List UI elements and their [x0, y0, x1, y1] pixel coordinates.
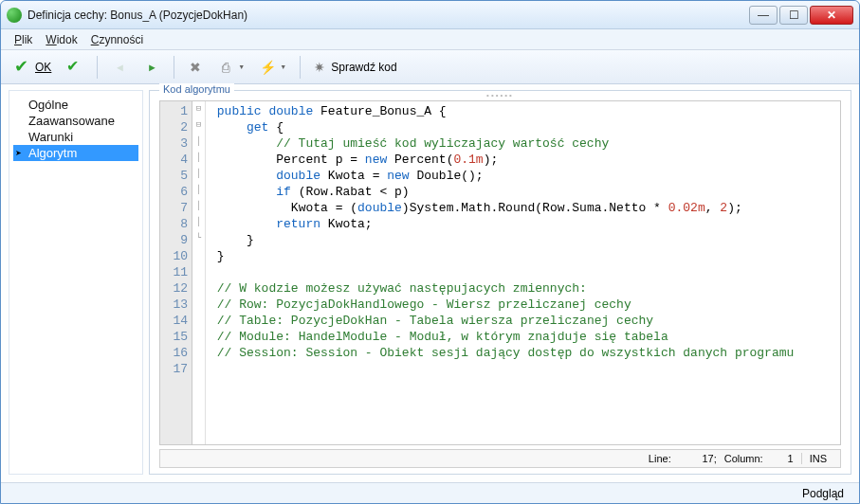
check-icon	[66, 59, 83, 76]
wrench-icon: ✖	[188, 60, 203, 75]
sidebar-item-ogolne[interactable]: Ogólne	[13, 97, 138, 113]
code-editor[interactable]: 1 2 3 4 5 6 7 8 9 10 11 12 13 14 15 16 1…	[159, 100, 841, 445]
print-button[interactable]: ⎙ ▼	[212, 57, 250, 78]
separator	[300, 56, 301, 79]
check-icon	[14, 59, 31, 76]
separator	[174, 56, 174, 79]
fold-column[interactable]: ⊟ ⊟ │ │ │ │ │ │ └	[192, 101, 206, 444]
apply-button[interactable]	[61, 56, 89, 79]
minimize-button[interactable]: —	[749, 6, 778, 25]
grip-icon: ••••••	[150, 91, 851, 100]
titlebar: Definicja cechy: Bonus_A (PozycjeDokHan)…	[1, 1, 859, 29]
tools-button[interactable]: ✖	[182, 57, 209, 78]
code-body[interactable]: public double Feature_Bonus_A { get { //…	[206, 101, 840, 444]
app-icon	[7, 8, 22, 23]
podglad-link[interactable]: Podgląd	[802, 487, 844, 500]
body: Ogólne Zaawansowane Warunki Algorytm Kod…	[1, 84, 859, 482]
check-code-label: Sprawdź kod	[331, 61, 396, 74]
printer-icon: ⎙	[218, 60, 233, 75]
menu-czynnosci[interactable]: Czynności	[91, 33, 143, 46]
menubar: Plik Widok Czynności	[1, 29, 859, 50]
close-button[interactable]: ✕	[810, 6, 853, 25]
status-col-val: 1	[771, 453, 794, 464]
bottombar: Podgląd	[1, 482, 859, 503]
chevron-down-icon: ▼	[280, 63, 286, 70]
actions-button[interactable]: ⚡ ▼	[254, 57, 292, 78]
arrow-left-icon: ◄	[111, 59, 128, 76]
window-title: Definicja cechy: Bonus_A (PozycjeDokHan)	[27, 9, 749, 22]
chevron-down-icon: ▼	[238, 63, 245, 70]
ok-button[interactable]: OK	[9, 56, 57, 79]
nav-back-button[interactable]: ◄	[105, 56, 134, 79]
menu-plik[interactable]: Plik	[14, 33, 32, 46]
arrow-right-icon: ►	[143, 59, 160, 76]
side-nav: Ogólne Zaawansowane Warunki Algorytm	[9, 90, 143, 475]
status-col-label: Column:	[724, 453, 763, 464]
app-window: Definicja cechy: Bonus_A (PozycjeDokHan)…	[0, 0, 860, 504]
check-code-button[interactable]: ✷ Sprawdź kod	[308, 57, 402, 78]
toolbar: OK ◄ ► ✖ ⎙ ▼ ⚡ ▼ ✷ Sprawdź kod	[1, 50, 859, 84]
separator	[97, 56, 98, 79]
status-line-label: Line:	[649, 453, 671, 464]
sidebar-item-algorytm[interactable]: Algorytm	[13, 145, 138, 161]
lightning-icon: ⚡	[260, 60, 275, 75]
menu-widok[interactable]: Widok	[46, 33, 77, 46]
gear-icon: ✷	[314, 60, 325, 75]
sidebar-item-zaawansowane[interactable]: Zaawansowane	[13, 113, 138, 129]
maximize-button[interactable]: ☐	[779, 6, 808, 25]
editor-panel: Kod algorytmu •••••• 1 2 3 4 5 6 7 8 9 1…	[149, 90, 851, 475]
editor-status: Line: 17; Column: 1 INS	[159, 449, 841, 468]
groupbox-label: Kod algorytmu	[159, 83, 234, 95]
status-line-val: 17;	[679, 453, 717, 464]
nav-forward-button[interactable]: ►	[137, 56, 166, 79]
line-gutter: 1 2 3 4 5 6 7 8 9 10 11 12 13 14 15 16 1…	[160, 101, 192, 444]
status-mode: INS	[801, 453, 834, 464]
ok-label: OK	[35, 61, 51, 74]
sidebar-item-warunki[interactable]: Warunki	[13, 129, 138, 145]
